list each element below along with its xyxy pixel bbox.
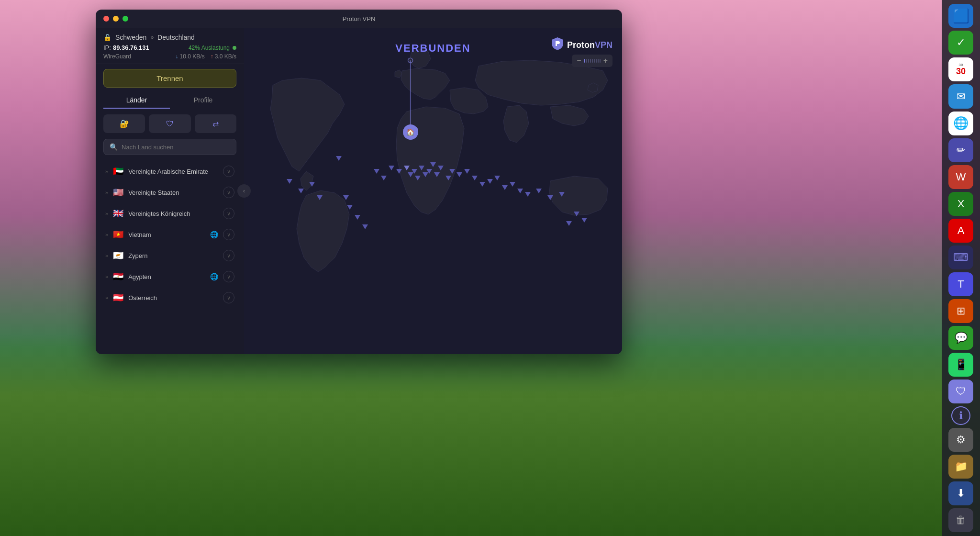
- chevrons-usa: »: [105, 190, 108, 195]
- vpn-node: [445, 176, 451, 180]
- minimize-button[interactable]: [113, 16, 119, 22]
- filter-p2p-btn[interactable]: ⇄: [195, 114, 236, 133]
- collapse-sidebar-button[interactable]: ‹: [237, 184, 251, 198]
- ip-label: IP:: [103, 44, 111, 51]
- zoom-tick-8: [598, 59, 599, 63]
- vpn-node: [430, 162, 436, 167]
- secure-core-icon: 🔐: [120, 119, 129, 128]
- vpn-node: [525, 192, 531, 197]
- expand-uae[interactable]: ∨: [223, 166, 234, 177]
- expand-eg[interactable]: ∨: [223, 271, 234, 282]
- dock-icon-finder[interactable]: 🟦: [948, 4, 973, 28]
- search-icon: 🔍: [110, 143, 118, 151]
- dock-icon-check[interactable]: ✓: [948, 31, 973, 55]
- expand-at[interactable]: ∨: [223, 292, 234, 303]
- vpn-node: [396, 169, 402, 174]
- vpn-node: [298, 189, 304, 193]
- dock-icon-vpn[interactable]: 🛡: [948, 380, 973, 403]
- chevrons-eg: »: [105, 274, 108, 279]
- dock-icon-info[interactable]: ℹ: [951, 406, 970, 425]
- expand-cy[interactable]: ∨: [223, 250, 234, 261]
- filter-secure-btn[interactable]: 🔐: [103, 114, 145, 133]
- connection-info: 🔒 Schweden » Deutschland IP: 89.36.76.13…: [96, 28, 244, 64]
- vpn-node: [434, 172, 440, 177]
- country-item-at[interactable]: » 🇦🇹 Österreich ∨: [100, 287, 240, 308]
- dock-icon-teams[interactable]: T: [948, 272, 973, 296]
- vpn-node: [449, 169, 455, 174]
- vpn-node: [355, 215, 360, 220]
- dock-icon-office[interactable]: W: [948, 165, 973, 189]
- vpn-node: [457, 172, 462, 177]
- dock-icon-trash[interactable]: 🗑: [948, 508, 973, 532]
- country-item-uae[interactable]: » 🇦🇪 Vereinigte Arabische Emirate ∨: [100, 161, 240, 182]
- country-item-cy[interactable]: » 🇨🇾 Zypern ∨: [100, 245, 240, 266]
- name-usa: Vereinigte Staaten: [128, 189, 218, 196]
- dock-icon-grid[interactable]: ⊞: [948, 299, 973, 323]
- zoom-in-button[interactable]: +: [602, 56, 609, 65]
- dock-icon-files[interactable]: 📁: [948, 455, 973, 479]
- filter-shield-btn[interactable]: 🛡: [149, 114, 190, 133]
- chevrons-uae: »: [105, 168, 108, 174]
- dock-icon-mail[interactable]: ✉: [948, 84, 973, 108]
- country-item-eg[interactable]: » 🇪🇬 Ägypten 🌐 ∨: [100, 266, 240, 287]
- from-country: Schweden: [115, 34, 146, 41]
- flag-at: 🇦🇹: [113, 292, 123, 303]
- country-item-uk[interactable]: » 🇬🇧 Vereinigtes Königreich ∨: [100, 203, 240, 224]
- load-info: 42% Auslastung: [189, 45, 236, 51]
- country-list: » 🇦🇪 Vereinigte Arabische Emirate ∨ » 🇺🇸…: [96, 161, 244, 354]
- download-arrow: ↓: [176, 53, 178, 60]
- dock-icon-pdf[interactable]: A: [948, 219, 973, 243]
- dock-icon-download[interactable]: ⬇: [948, 481, 973, 505]
- title-bar: Proton VPN: [96, 10, 622, 28]
- source-node: [413, 127, 418, 132]
- zoom-tick-9: [600, 59, 601, 63]
- proton-shield-icon: [552, 37, 563, 53]
- connection-status: VERBUNDEN: [395, 42, 470, 55]
- expand-vn[interactable]: ∨: [223, 229, 234, 240]
- globe-eg: 🌐: [210, 273, 218, 280]
- vpn-node: [517, 189, 523, 193]
- dock-icon-pencil[interactable]: ✏: [948, 138, 973, 162]
- vpn-node: [479, 182, 485, 187]
- zoom-tick-5: [592, 59, 593, 63]
- zoom-tick-6: [594, 59, 595, 63]
- vpn-node: [317, 195, 323, 200]
- zoom-controls: − +: [572, 55, 612, 67]
- chevrons-uk: »: [105, 211, 108, 216]
- globe-vn: 🌐: [210, 231, 218, 238]
- window-title: Proton VPN: [343, 15, 376, 22]
- maximize-button[interactable]: [122, 16, 128, 22]
- speeds: ↓ 10.0 KB/s ↑ 3.0 KB/s: [176, 53, 236, 60]
- p2p-icon: ⇄: [212, 119, 219, 128]
- protocol-label: WireGuard: [103, 53, 131, 60]
- expand-usa[interactable]: ∨: [223, 187, 234, 198]
- sunflower-bg: [0, 335, 980, 536]
- dock-icon-excel[interactable]: X: [948, 192, 973, 216]
- search-input[interactable]: [122, 144, 230, 151]
- dock-icon-calendar[interactable]: 30 30: [948, 57, 973, 81]
- server-location: 🔒 Schweden » Deutschland: [103, 34, 236, 41]
- tab-laender[interactable]: Länder: [103, 92, 170, 109]
- country-item-vn[interactable]: » 🇻🇳 Vietnam 🌐 ∨: [100, 224, 240, 245]
- zoom-tick-4: [590, 59, 591, 63]
- chevrons-vn: »: [105, 232, 108, 237]
- dock-icon-chrome[interactable]: 🌐: [948, 112, 973, 135]
- country-item-usa[interactable]: » 🇺🇸 Vereinigte Staaten ∨: [100, 182, 240, 203]
- dock-icon-dev[interactable]: ⌨: [948, 246, 973, 269]
- expand-uk[interactable]: ∨: [223, 208, 234, 219]
- tab-profile[interactable]: Profile: [170, 92, 236, 109]
- upload-value: 3.0 KB/s: [215, 53, 236, 60]
- zoom-out-button[interactable]: −: [576, 56, 582, 65]
- app-window: Proton VPN 🔒 Schweden » Deutschland IP: …: [96, 10, 622, 354]
- dock-icon-settings[interactable]: ⚙: [948, 428, 973, 452]
- flag-usa: 🇺🇸: [113, 187, 123, 198]
- name-at: Österreich: [128, 294, 218, 302]
- vpn-node: [374, 169, 379, 174]
- disconnect-button[interactable]: Trennen: [103, 69, 236, 88]
- vpn-node: [536, 189, 542, 193]
- close-button[interactable]: [103, 16, 109, 22]
- dock-icon-messages[interactable]: 💬: [948, 326, 973, 350]
- vpn-node: [336, 156, 342, 161]
- zoom-bar: [584, 59, 601, 63]
- dock-icon-whatsapp[interactable]: 📱: [948, 353, 973, 377]
